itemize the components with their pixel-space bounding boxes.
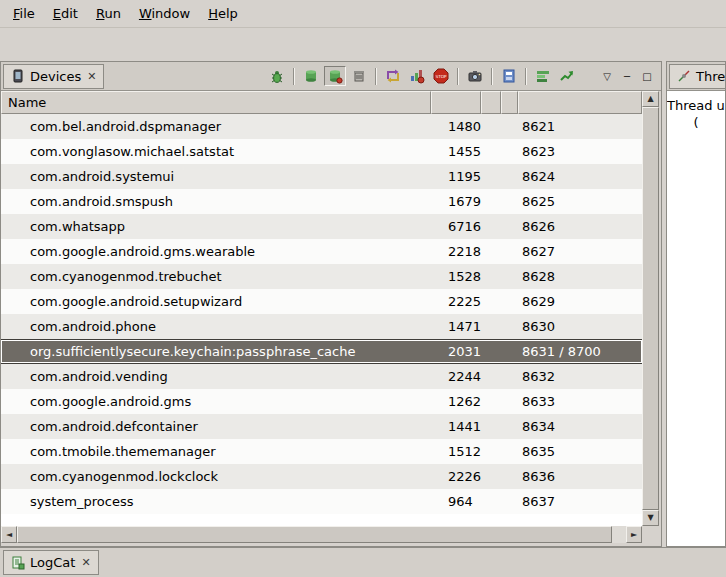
table-row[interactable]: system_process9648637 xyxy=(1,489,642,514)
horizontal-scrollbar-track[interactable] xyxy=(612,526,626,543)
view-menu-chevron-icon[interactable]: ▽ xyxy=(598,71,616,82)
main-toolbar xyxy=(0,27,726,61)
table-row[interactable]: com.whatsapp67168626 xyxy=(1,214,642,239)
process-list: com.bel.android.dspmanager14808621 com.v… xyxy=(1,114,642,526)
systrace-icon[interactable] xyxy=(532,66,554,86)
threads-content: Thread up ( xyxy=(667,91,725,546)
devices-view: Devices ✕ xyxy=(0,61,662,547)
menu-file[interactable]: File xyxy=(4,2,44,25)
stop-icon-text: STOP xyxy=(435,74,447,79)
scrollbar-corner xyxy=(642,526,659,543)
tab-devices[interactable]: Devices ✕ xyxy=(3,64,104,89)
tab-threads[interactable]: Threads xyxy=(669,64,726,89)
menu-run[interactable]: Run xyxy=(87,2,130,25)
table-row-selected[interactable]: org.sufficientlysecure.keychain:passphra… xyxy=(1,339,642,364)
vertical-scrollbar[interactable]: ▲ ▼ xyxy=(642,91,659,526)
table-row[interactable]: com.android.defcontainer144118634 xyxy=(1,414,642,439)
table-row[interactable]: com.vonglasow.michael.satstat145538623 xyxy=(1,139,642,164)
toolbar-separator xyxy=(525,68,527,85)
scroll-left-icon[interactable]: ◄ xyxy=(1,526,17,543)
table-row[interactable]: com.android.vending224408632 xyxy=(1,364,642,389)
table-row[interactable]: com.tmobile.thememanager15128635 xyxy=(1,439,642,464)
tab-devices-label: Devices xyxy=(30,69,81,84)
screen-capture-icon[interactable] xyxy=(464,66,486,86)
column-header-port[interactable] xyxy=(518,91,642,114)
horizontal-scrollbar[interactable]: ◄ ► xyxy=(1,526,642,543)
update-threads-icon[interactable] xyxy=(382,66,404,86)
table-row[interactable]: com.android.smspush16798625 xyxy=(1,189,642,214)
threads-view: Threads Thread up ( xyxy=(666,61,726,547)
scroll-up-icon[interactable]: ▲ xyxy=(642,91,659,107)
menu-window[interactable]: Window xyxy=(130,2,199,25)
tab-logcat-close-icon[interactable]: ✕ xyxy=(80,556,90,569)
threads-message-line-2: ( xyxy=(667,114,725,131)
threads-message-line-1: Thread up xyxy=(667,97,725,114)
table-row[interactable]: com.cyanogenmod.lockclock222658636 xyxy=(1,464,642,489)
logcat-tabbar: LogCat ✕ xyxy=(0,547,726,577)
horizontal-scrollbar-row: ◄ ► xyxy=(1,526,661,543)
debug-process-icon[interactable] xyxy=(266,66,288,86)
column-header-blank-2[interactable] xyxy=(501,91,518,114)
tab-logcat-label: LogCat xyxy=(30,555,75,570)
maximize-icon[interactable]: □ xyxy=(638,71,656,82)
threads-icon xyxy=(677,69,691,83)
scroll-down-icon[interactable]: ▼ xyxy=(642,510,659,526)
toolbar-separator xyxy=(491,68,493,85)
devices-tabbar: Devices ✕ xyxy=(1,62,661,91)
dump-view-hierarchy-icon[interactable] xyxy=(498,66,520,86)
update-heap-icon[interactable] xyxy=(300,66,322,86)
toolbar-separator xyxy=(293,68,295,85)
table-row[interactable]: com.cyanogenmod.trebuchet15288628 xyxy=(1,264,642,289)
tab-devices-close-icon[interactable]: ✕ xyxy=(86,70,96,83)
menu-edit[interactable]: Edit xyxy=(44,2,87,25)
tab-threads-label: Threads xyxy=(696,69,726,84)
column-header-name[interactable]: Name xyxy=(1,91,431,114)
devices-view-toolbar: STOP xyxy=(266,66,661,86)
table-row[interactable]: com.android.phone14718630 xyxy=(1,314,642,339)
table-row[interactable]: com.google.android.gms126238633 xyxy=(1,389,642,414)
process-table: Name com.bel.android.dspmanager14808621 … xyxy=(1,91,661,526)
logcat-icon xyxy=(11,556,25,570)
column-header-blank-1[interactable] xyxy=(481,91,501,114)
minimize-icon[interactable]: ─ xyxy=(618,71,636,82)
table-header: Name xyxy=(1,91,642,114)
scroll-right-icon[interactable]: ► xyxy=(626,526,642,543)
ddms-window: File Edit Run Window Help Devices ✕ xyxy=(0,0,726,577)
toolbar-separator xyxy=(457,68,459,85)
table-row[interactable]: com.android.systemui11958624 xyxy=(1,164,642,189)
dump-hprof-icon[interactable] xyxy=(324,66,346,86)
table-row[interactable]: com.bel.android.dspmanager14808621 xyxy=(1,114,642,139)
stop-process-icon[interactable]: STOP xyxy=(430,66,452,86)
tab-logcat[interactable]: LogCat ✕ xyxy=(3,550,99,575)
column-header-pid[interactable] xyxy=(431,91,481,114)
start-method-profiling-icon[interactable] xyxy=(406,66,428,86)
vertical-scrollbar-thumb[interactable] xyxy=(642,107,659,510)
cause-gc-icon[interactable] xyxy=(348,66,370,86)
toolbar-separator xyxy=(375,68,377,85)
main-area: Devices ✕ xyxy=(0,61,726,547)
menu-bar: File Edit Run Window Help xyxy=(0,0,726,27)
device-icon xyxy=(11,69,25,83)
threads-tabbar: Threads xyxy=(667,62,725,91)
table-row[interactable]: com.google.android.setupwizard222508629 xyxy=(1,289,642,314)
opengl-trace-icon[interactable] xyxy=(556,66,578,86)
horizontal-scrollbar-thumb[interactable] xyxy=(17,526,612,543)
table-row[interactable]: com.google.android.gms.wearable221858627 xyxy=(1,239,642,264)
menu-help[interactable]: Help xyxy=(199,2,247,25)
